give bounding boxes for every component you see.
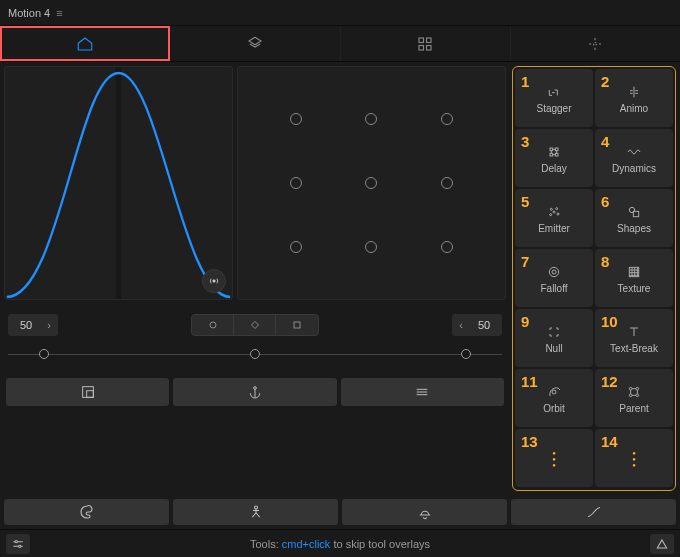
svg-rect-10 [86, 391, 93, 398]
action-color[interactable] [4, 499, 169, 525]
value-right[interactable]: ‹ 50 [452, 314, 502, 336]
notify-button[interactable] [650, 534, 674, 554]
svg-rect-15 [555, 153, 558, 156]
svg-point-29 [629, 394, 632, 397]
anchor-tc[interactable] [365, 113, 377, 125]
action-rig[interactable] [173, 499, 338, 525]
anchor-tr[interactable] [441, 113, 453, 125]
parent-icon [626, 384, 642, 400]
curve-icon [585, 503, 603, 521]
action-curve[interactable] [511, 499, 676, 525]
track-2-handle[interactable] [250, 349, 260, 359]
triangle-icon [655, 537, 669, 551]
animo-icon [626, 84, 642, 100]
anchor-mr[interactable] [441, 177, 453, 189]
composition-button[interactable] [6, 378, 169, 406]
action-effects[interactable] [342, 499, 507, 525]
dynamics-icon [626, 144, 642, 160]
svg-point-26 [552, 390, 556, 394]
tool-dynamics[interactable]: 4 Dynamics [595, 129, 673, 187]
shape-diamond[interactable] [234, 315, 276, 335]
tool-more-14[interactable]: 14 ●●● [595, 429, 673, 487]
composition-icon [80, 384, 96, 400]
shape-square[interactable] [276, 315, 318, 335]
home-icon [76, 35, 94, 53]
settings-button[interactable] [6, 534, 30, 554]
anchor-button[interactable] [173, 378, 336, 406]
svg-rect-8 [294, 322, 300, 328]
track-3-handle[interactable] [461, 349, 471, 359]
anchor-grid [237, 66, 506, 300]
track-1-handle[interactable] [39, 349, 49, 359]
texture-icon [626, 264, 642, 280]
tool-text-break[interactable]: 10 Text-Break [595, 309, 673, 367]
shapes-icon [626, 204, 642, 220]
tool-emitter[interactable]: 5 Emitter [515, 189, 593, 247]
tool-parent[interactable]: 12 Parent [595, 369, 673, 427]
chevron-left-icon[interactable]: ‹ [454, 319, 468, 331]
svg-point-33 [19, 545, 21, 547]
tool-more-13[interactable]: 13 ●●● [515, 429, 593, 487]
falloff-icon [546, 264, 562, 280]
svg-point-17 [556, 208, 558, 210]
svg-point-7 [210, 322, 216, 328]
tab-layers[interactable] [170, 26, 340, 61]
distribute-button[interactable] [341, 378, 504, 406]
anchor-br[interactable] [441, 241, 453, 253]
track-2[interactable] [173, 344, 338, 364]
svg-point-23 [549, 267, 558, 276]
value-right-text: 50 [468, 319, 500, 331]
rig-icon [247, 503, 265, 521]
tool-orbit[interactable]: 11 Orbit [515, 369, 593, 427]
tools-panel: 1 Stagger 2 Animo 3 Delay 4 Dyna [510, 62, 680, 495]
tool-animo[interactable]: 2 Animo [595, 69, 673, 127]
svg-point-32 [15, 540, 17, 542]
track-3[interactable] [337, 344, 502, 364]
tool-shapes[interactable]: 6 Shapes [595, 189, 673, 247]
curve-editor[interactable] [4, 66, 233, 300]
svg-rect-0 [419, 38, 424, 43]
track-1[interactable] [8, 344, 173, 364]
more-icon: ●●● [552, 450, 556, 468]
tool-stagger[interactable]: 1 Stagger [515, 69, 593, 127]
anchor-ml[interactable] [290, 177, 302, 189]
svg-rect-2 [419, 45, 424, 50]
main-tabs [0, 26, 680, 62]
svg-rect-12 [550, 148, 553, 151]
anchor-tl[interactable] [290, 113, 302, 125]
anchor-icon [247, 384, 263, 400]
tool-falloff[interactable]: 7 Falloff [515, 249, 593, 307]
tool-delay[interactable]: 3 Delay [515, 129, 593, 187]
stack-icon [246, 35, 264, 53]
tab-grid[interactable] [341, 26, 511, 61]
panel-title: Motion 4 [8, 7, 50, 19]
anchor-bl[interactable] [290, 241, 302, 253]
svg-point-27 [629, 387, 632, 390]
broadcast-button[interactable] [202, 269, 226, 293]
svg-rect-3 [427, 45, 432, 50]
value-left[interactable]: 50 › [8, 314, 58, 336]
anchor-bc[interactable] [365, 241, 377, 253]
anchor-mc[interactable] [365, 177, 377, 189]
tool-texture[interactable]: 8 Texture [595, 249, 673, 307]
track-sliders [2, 344, 508, 364]
svg-point-20 [553, 211, 555, 213]
svg-point-6 [213, 280, 215, 282]
svg-rect-1 [427, 38, 432, 43]
svg-point-11 [254, 387, 257, 390]
chevron-right-icon[interactable]: › [42, 319, 56, 331]
bell-icon [416, 503, 434, 521]
curve-graph [5, 67, 232, 299]
emitter-icon [546, 204, 562, 220]
tab-center[interactable] [511, 26, 680, 61]
stagger-icon [546, 84, 562, 100]
shape-circle[interactable] [192, 315, 234, 335]
panel-menu-icon[interactable]: ≡ [56, 7, 62, 19]
delay-icon [546, 144, 562, 160]
svg-point-18 [557, 213, 559, 215]
tool-null[interactable]: 9 Null [515, 309, 593, 367]
tab-home[interactable] [0, 26, 170, 61]
svg-point-30 [636, 394, 639, 397]
grid-icon [416, 35, 434, 53]
center-icon [586, 35, 604, 53]
